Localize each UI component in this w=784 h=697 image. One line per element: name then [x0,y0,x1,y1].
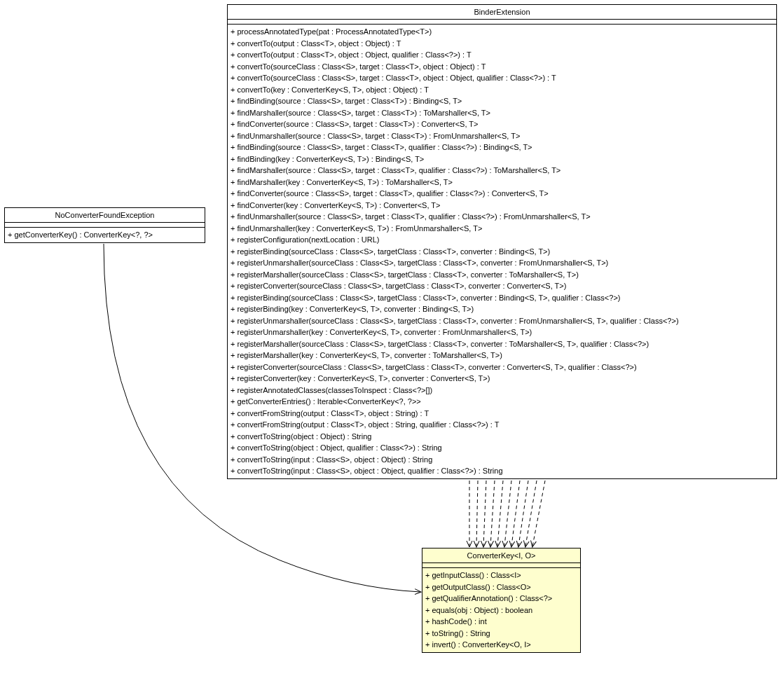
method-line: + getConverterKey() : ConverterKey<?, ?> [8,229,202,241]
method-line: + convertToString(object : Object) : Str… [231,431,773,443]
class-header-binderextension: BinderExtension [228,5,776,20]
connector-dashed-10 [532,481,545,546]
method-line: + findConverter(source : Class<S>, targe… [231,188,773,200]
method-line: + registerMarshaller(sourceClass : Class… [231,338,773,350]
method-line: + registerBinding(sourceClass : Class<S>… [231,246,773,258]
method-line: + registerConverter(key : ConverterKey<S… [231,373,773,385]
class-methods-noconverter: + getConverterKey() : ConverterKey<?, ?> [5,228,205,242]
method-line: + findUnmarshaller(source : Class<S>, ta… [231,211,773,223]
method-line: + registerConverter(sourceClass : Class<… [231,361,773,373]
connector-dashed-2 [476,481,478,546]
class-converterkey: ConverterKey<I, O> + getInputClass() : C… [422,548,581,653]
method-line: + findUnmarshaller(key : ConverterKey<S,… [231,223,773,235]
method-line: + getConverterEntries() : Iterable<Conve… [231,396,773,408]
method-line: + registerConfiguration(nextLocation : U… [231,234,773,246]
class-methods-converterkey: + getInputClass() : Class<I>+ getOutputC… [422,568,580,652]
method-line: + getOutputClass() : Class<O> [425,581,577,593]
method-line: + findBinding(source : Class<S>, target … [231,142,773,153]
method-line: + findMarshaller(source : Class<S>, targ… [231,165,773,177]
method-line: + registerUnmarshaller(sourceClass : Cla… [231,315,773,327]
method-line: + getQualifierAnnotation() : Class<?> [425,593,577,605]
method-line: + convertFromString(output : Class<T>, o… [231,419,773,431]
method-line: + registerMarshaller(sourceClass : Class… [231,269,773,281]
connector-dashed-8 [518,481,528,546]
method-line: + convertToString(input : Class<S>, obje… [231,465,773,477]
class-attrs-noconverter [5,223,205,228]
method-line: + convertTo(output : Class<T>, object : … [231,49,773,61]
method-line: + findBinding(source : Class<S>, target … [231,95,773,107]
class-attrs-binderextension [228,20,776,25]
method-line: + registerBinding(sourceClass : Class<S>… [231,292,773,304]
method-line: + getInputClass() : Class<I> [425,570,577,581]
method-line: + convertToString(input : Class<S>, obje… [231,454,773,466]
method-line: + equals(obj : Object) : boolean [425,605,577,616]
method-line: + convertToString(object : Object, quali… [231,442,773,454]
class-header-converterkey: ConverterKey<I, O> [422,548,580,563]
method-line: + registerAnnotatedClasses(classesToInsp… [231,385,773,396]
connector-dashed-3 [483,481,486,546]
class-attrs-converterkey [422,563,580,568]
method-line: + findBinding(key : ConverterKey<S, T>) … [231,153,773,165]
method-line: + convertTo(output : Class<T>, object : … [231,38,773,50]
method-line: + convertTo(sourceClass : Class<S>, targ… [231,61,773,73]
method-line: + findConverter(key : ConverterKey<S, T>… [231,200,773,212]
method-line: + invert() : ConverterKey<O, I> [425,639,577,651]
method-line: + convertTo(key : ConverterKey<S, T>, ob… [231,84,773,96]
method-line: + processAnnotatedType(pat : ProcessAnno… [231,26,773,38]
method-line: + findMarshaller(key : ConverterKey<S, T… [231,177,773,188]
method-line: + registerConverter(sourceClass : Class<… [231,280,773,292]
connector-dashed-4 [490,481,495,546]
method-line: + convertTo(sourceClass : Class<S>, targ… [231,72,773,84]
method-line: + hashCode() : int [425,616,577,628]
connector-dashed-5 [497,481,503,546]
method-line: + registerMarshaller(key : ConverterKey<… [231,350,773,361]
connector-dashed-7 [511,481,520,546]
class-methods-binderextension: + processAnnotatedType(pat : ProcessAnno… [228,25,776,478]
method-line: + findConverter(source : Class<S>, targe… [231,118,773,130]
method-line: + registerBinding(key : ConverterKey<S, … [231,303,773,315]
method-line: + registerUnmarshaller(sourceClass : Cla… [231,257,773,269]
class-header-noconverter: NoConverterFoundException [5,208,205,223]
method-line: + registerUnmarshaller(key : ConverterKe… [231,326,773,338]
class-binderextension: BinderExtension + processAnnotatedType(p… [227,4,777,479]
connector-dashed-6 [504,481,511,546]
method-line: + toString() : String [425,628,577,640]
method-line: + findMarshaller(source : Class<S>, targ… [231,107,773,119]
method-line: + findUnmarshaller(source : Class<S>, ta… [231,130,773,142]
connector-dashed-9 [525,481,537,546]
class-noconverter: NoConverterFoundException + getConverter… [4,207,205,243]
method-line: + convertFromString(output : Class<T>, o… [231,408,773,420]
